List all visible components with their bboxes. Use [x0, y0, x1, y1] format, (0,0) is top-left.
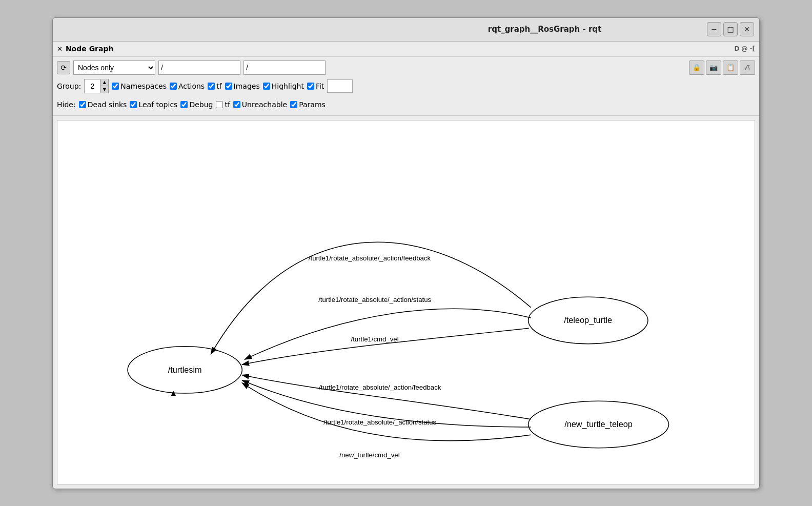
section-title: Node Graph [66, 45, 114, 53]
spinbox-down[interactable]: ▼ [100, 86, 108, 93]
refresh-icon: ⟳ [60, 64, 67, 72]
tf-checkbox[interactable] [208, 83, 215, 90]
unreachable-label: Unreachable [242, 100, 287, 109]
spinbox-up[interactable]: ▲ [100, 79, 108, 86]
minimize-button[interactable]: − [707, 22, 721, 36]
images-checkbox[interactable] [225, 83, 232, 90]
cursor-indicator: ▲ [169, 388, 177, 397]
toolbar: ⟳ Nodes only Nodes/Topics (all) Nodes/To… [53, 57, 759, 116]
dead-sinks-checkbox-label[interactable]: Dead sinks [79, 100, 127, 109]
section-right-icon1: D [735, 45, 740, 52]
save-icon: 🔒 [693, 64, 701, 71]
export-button[interactable]: 📋 [723, 60, 738, 75]
highlight-checkbox[interactable] [263, 83, 270, 90]
graph-area[interactable]: /turtlesim /teleop_turtle /new_turtle_te… [57, 120, 755, 484]
actions-checkbox-label[interactable]: Actions [170, 82, 205, 90]
actions-checkbox[interactable] [170, 83, 177, 90]
node-new-turtle-teleop-label: /new_turtle_teleop [564, 419, 633, 429]
group-spinbox[interactable]: ▲ ▼ [84, 79, 109, 93]
refresh-button[interactable]: ⟳ [57, 61, 70, 74]
toolbar-row-1: ⟳ Nodes only Nodes/Topics (all) Nodes/To… [57, 59, 755, 76]
namespaces-checkbox[interactable] [112, 83, 119, 90]
unreachable-checkbox-label[interactable]: Unreachable [233, 100, 287, 109]
toolbar-row-2: Group: ▲ ▼ Namespaces Actions tf [57, 77, 755, 95]
edge-cmd-vel-top [242, 328, 529, 365]
section-header: ✕ Node Graph D @ -[ [53, 42, 759, 57]
unreachable-checkbox[interactable] [233, 101, 240, 108]
params-label: Params [299, 100, 326, 109]
screenshot-icon: 📷 [709, 64, 718, 71]
debug-checkbox-label[interactable]: Debug [180, 100, 213, 109]
fit-checkbox[interactable] [307, 83, 314, 90]
section-icon: ✕ [57, 45, 63, 53]
params-checkbox[interactable] [290, 101, 297, 108]
edge-label-feedback-top: /turtle1/rotate_absolute/_action/feedbac… [309, 254, 431, 262]
leaf-topics-label: Leaf topics [138, 100, 177, 109]
tf2-checkbox-label[interactable]: tf [216, 100, 230, 109]
toolbar-row-3: Hide: Dead sinks Leaf topics Debug tf Un… [57, 96, 755, 113]
section-right-icon2: @ [742, 45, 748, 52]
toolbar-right-buttons: 🔒 📷 📋 🖨 [689, 60, 755, 75]
tf2-label: tf [225, 100, 230, 109]
edge-label-status-bottom: /turtle1/rotate_absolute/_action/status [323, 418, 436, 426]
actions-label: Actions [178, 82, 205, 90]
edge-label-feedback-bottom: /turtle1/rotate_absolute/_action/feedbac… [319, 383, 441, 391]
spinbox-arrows: ▲ ▼ [100, 79, 108, 93]
tf-checkbox-label[interactable]: tf [208, 82, 221, 90]
close-button[interactable]: ✕ [740, 22, 754, 36]
display-mode-select[interactable]: Nodes only Nodes/Topics (all) Nodes/Topi… [73, 60, 155, 75]
filter-input-2[interactable] [243, 60, 326, 75]
group-label: Group: [57, 82, 81, 90]
debug-checkbox[interactable] [180, 101, 188, 108]
titlebar: rqt_graph__RosGraph - rqt − □ ✕ [53, 18, 759, 42]
dead-sinks-label: Dead sinks [88, 100, 127, 109]
dead-sinks-checkbox[interactable] [79, 101, 86, 108]
group-value[interactable] [85, 82, 100, 90]
namespaces-label: Namespaces [120, 82, 167, 90]
highlight-color-box[interactable] [327, 79, 353, 93]
leaf-topics-checkbox[interactable] [130, 101, 137, 108]
main-window: rqt_graph__RosGraph - rqt − □ ✕ ✕ Node G… [52, 17, 760, 489]
highlight-label: Highlight [272, 82, 304, 90]
images-checkbox-label[interactable]: Images [225, 82, 260, 90]
node-turtlesim-label: /turtlesim [168, 365, 202, 374]
edge-status-top [245, 309, 531, 359]
titlebar-buttons: − □ ✕ [707, 22, 754, 36]
highlight-checkbox-label[interactable]: Highlight [263, 82, 304, 90]
fit-checkbox-label[interactable]: Fit [307, 82, 324, 90]
tf2-checkbox[interactable] [216, 101, 223, 108]
params-checkbox-label[interactable]: Params [290, 100, 326, 109]
screenshot-button[interactable]: 📷 [706, 60, 721, 75]
edge-label-new-cmd-vel: /new_turtle/cmd_vel [339, 451, 399, 458]
images-label: Images [234, 82, 260, 90]
section-right-icon3: -[ [750, 45, 755, 52]
maximize-button[interactable]: □ [723, 22, 738, 36]
edge-feedback-bottom [242, 375, 531, 419]
namespaces-checkbox-label[interactable]: Namespaces [112, 82, 167, 90]
tf-label: tf [216, 82, 221, 90]
edge-label-cmd-vel: /turtle1/cmd_vel [351, 335, 399, 342]
filter-input-1[interactable] [158, 60, 240, 75]
print-icon: 🖨 [744, 64, 751, 71]
hide-label: Hide: [57, 100, 76, 109]
debug-label: Debug [189, 100, 213, 109]
window-title: rqt_graph__RosGraph - rqt [382, 25, 707, 34]
graph-svg: /turtlesim /teleop_turtle /new_turtle_te… [57, 120, 755, 484]
node-teleop-turtle-label: /teleop_turtle [564, 315, 612, 325]
edge-new-cmd-vel [242, 382, 531, 440]
leaf-topics-checkbox-label[interactable]: Leaf topics [130, 100, 177, 109]
export-icon: 📋 [726, 64, 735, 71]
print-button[interactable]: 🖨 [740, 60, 755, 75]
save-button[interactable]: 🔒 [689, 60, 704, 75]
edge-label-status-top: /turtle1/rotate_absolute/_action/status [318, 296, 431, 303]
fit-label: Fit [316, 82, 324, 90]
